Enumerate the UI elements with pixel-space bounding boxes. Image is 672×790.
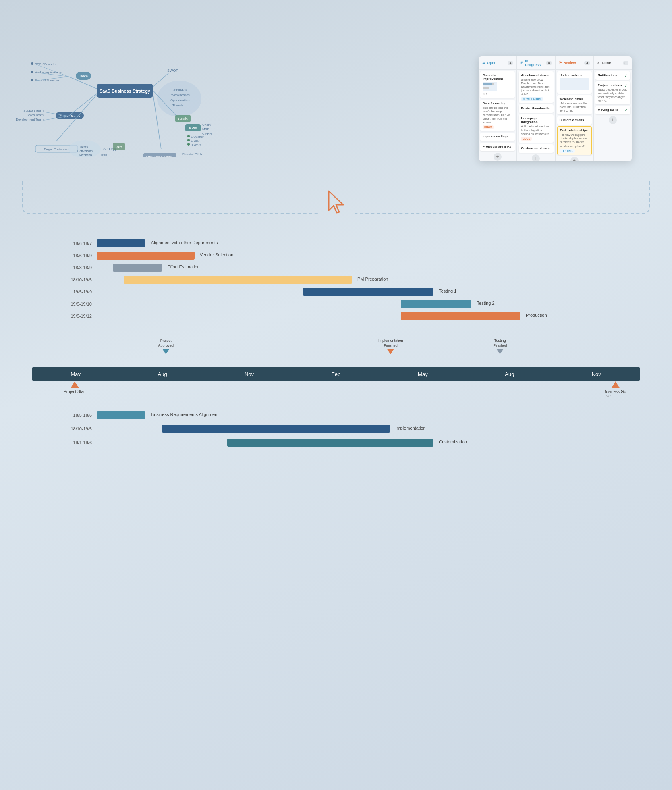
gantt-row-label: 18/6-19/9 [32, 253, 97, 258]
add-review-card-button[interactable]: + [570, 157, 579, 161]
lower-gantt-bar [227, 439, 433, 447]
svg-point-51 [187, 139, 190, 141]
kanban-card[interactable]: Update scheme [557, 71, 592, 94]
svg-text:Conversion: Conversion [77, 149, 93, 153]
milestone-label: TestingFinished [493, 339, 507, 348]
milestone-project-approved: ProjectApproved [158, 339, 174, 354]
start-arrow-up [71, 381, 79, 388]
project-start-label: Project Start [64, 389, 86, 394]
timeline-month-nov2: Nov [553, 371, 640, 377]
kanban-col-done: Notifications ✓ Project updates ✓ Tasks … [594, 70, 632, 161]
review-badge: 4 [584, 61, 590, 65]
gantt-row-label: 18/6-18/7 [32, 241, 97, 246]
kanban-card[interactable]: Date formatting This should take the use… [480, 100, 515, 131]
kanban-card[interactable]: Homepage integration Add the latest serv… [519, 114, 553, 142]
kanban-card[interactable]: Resize thumbnails [519, 104, 553, 113]
lower-gantt-bar-label: Customization [439, 439, 467, 444]
svg-text:Chain: Chain [202, 123, 211, 127]
kanban-board: ☁ Open 4 ⊞ In Progress 4 ⚑ Review 4 ✓ Do… [479, 56, 632, 161]
svg-text:SaaS Business Strategy: SaaS Business Strategy [100, 89, 151, 94]
kanban-col-review: Update scheme Welcome email Make sure we… [556, 70, 594, 161]
kanban-col-header-review: ⚑ Review 4 [556, 56, 594, 69]
add-done-card-button[interactable]: + [609, 116, 617, 124]
gantt-bar [401, 300, 471, 308]
kanban-card[interactable]: Moving tasks ✓ [595, 106, 630, 114]
gantt-chart: 18/6-18/7 Alignment with other Departmen… [32, 238, 640, 326]
kanban-card[interactable]: Project updates ✓ Tasks properties shoul… [595, 81, 630, 104]
add-inprogress-card-button[interactable]: + [532, 154, 540, 161]
gantt-bar [113, 264, 162, 272]
svg-text:1 Quarter: 1 Quarter [191, 135, 204, 139]
svg-point-53 [187, 143, 190, 146]
top-section: SaaS Business Strategy Team CEO / Founde… [0, 0, 672, 173]
lower-gantt-section: 18/5-18/6 Business Requirements Alignmen… [0, 401, 672, 466]
lower-gantt-label: 19/1-19/6 [32, 440, 97, 445]
lower-gantt-bar-label: Business Requirements Alignment [151, 412, 219, 417]
kanban-body: Calendar improvement ♡ 1 Date formatting… [479, 70, 632, 161]
kanban-header: ☁ Open 4 ⊞ In Progress 4 ⚑ Review 4 ✓ Do… [479, 56, 632, 70]
milestone-impl-finished: ImplementationFinished [378, 339, 403, 354]
svg-text:Support Team: Support Team [23, 109, 44, 112]
kanban-card[interactable]: Improve settings [480, 133, 515, 141]
svg-text:CEO / Founder: CEO / Founder [35, 62, 56, 66]
business-golive-marker: Business Go Live [604, 381, 628, 398]
svg-text:Elevator Pitch: Elevator Pitch [182, 152, 202, 156]
kanban-col-header-open: ☁ Open 4 [479, 56, 517, 69]
gantt-bar-label: Effort Estimation [167, 264, 200, 269]
svg-text:Opportunities: Opportunities [170, 98, 190, 102]
kanban-card[interactable]: Attachment viewer Should also show Dropb… [519, 71, 553, 103]
kanban-card[interactable]: Custom scrollbars [519, 144, 553, 153]
svg-text:Goals: Goals [178, 117, 188, 121]
gantt-row-label: 19/5-19/9 [32, 289, 97, 294]
done-badge: 3 [623, 61, 628, 65]
svg-text:Development Team: Development Team [16, 118, 44, 121]
svg-text:Sales Team: Sales Team [27, 113, 44, 117]
gantt-bar-label: Production [526, 313, 547, 318]
kanban-card[interactable]: Custom options [557, 116, 592, 125]
gantt-bar-label: Vendor Selection [200, 252, 233, 257]
svg-text:Executive Summary: Executive Summary [145, 155, 174, 157]
gantt-bar-label: Testing 2 [477, 301, 495, 306]
lower-gantt-label: 18/5-18/6 [32, 413, 97, 418]
svg-text:Product Manager: Product Manager [35, 79, 60, 82]
svg-text:Marketing Manager: Marketing Manager [35, 71, 62, 74]
add-open-card-button[interactable]: + [494, 153, 502, 161]
review-icon: ⚑ [559, 61, 562, 65]
upper-gantt-section: 18/6-18/7 Alignment with other Departmen… [0, 226, 672, 335]
milestones-row: ProjectApproved ImplementationFinished T… [32, 339, 640, 367]
timeline-markers: Project Start Business Go Live [32, 381, 640, 397]
gantt-bar [97, 252, 195, 260]
lower-gantt-bar [162, 425, 390, 433]
timeline-month-feb: Feb [292, 371, 379, 377]
gantt-bar-label: Testing 1 [439, 289, 456, 293]
svg-text:Clients: Clients [79, 145, 88, 149]
done-label: Done [602, 61, 611, 65]
svg-text:KPIs: KPIs [189, 126, 197, 130]
cursor-icon [326, 189, 346, 220]
kanban-col-inprogress: Attachment viewer Should also show Dropb… [517, 70, 555, 161]
kanban-card-highlight[interactable]: Task relationships For now we support bl… [557, 126, 592, 155]
lower-gantt-bar-label: Implementation [395, 426, 425, 430]
timeline-bar: May Aug Nov Feb May Aug Nov [32, 367, 640, 381]
gantt-row-label: 19/9-19/12 [32, 314, 97, 318]
gantt-row-label: 19/9-19/10 [32, 301, 97, 306]
gantt-bar [401, 312, 521, 320]
kanban-card[interactable]: Notifications ✓ [595, 71, 630, 80]
kanban-card[interactable]: Welcome email Make sure we use the lates… [557, 95, 592, 114]
kanban-card[interactable]: Project share links [480, 143, 515, 151]
milestone-arrow [163, 349, 169, 354]
svg-text:Weaknesses: Weaknesses [171, 93, 190, 97]
kanban-card[interactable]: Calendar improvement ♡ 1 [480, 71, 515, 98]
inprogress-label: In Progress [525, 59, 544, 67]
gantt-bar [97, 239, 145, 247]
gantt-bar-label: Alignment with other Departments [151, 240, 218, 245]
svg-point-8 [31, 62, 33, 65]
end-arrow-up [612, 381, 620, 388]
open-badge: 4 [508, 61, 513, 65]
gantt-bar [124, 276, 352, 284]
timeline-month-aug2: Aug [466, 371, 553, 377]
svg-text:USP: USP [101, 154, 107, 157]
review-label: Review [564, 61, 576, 65]
svg-text:MRR: MRR [202, 127, 209, 131]
milestone-arrow [388, 349, 394, 354]
